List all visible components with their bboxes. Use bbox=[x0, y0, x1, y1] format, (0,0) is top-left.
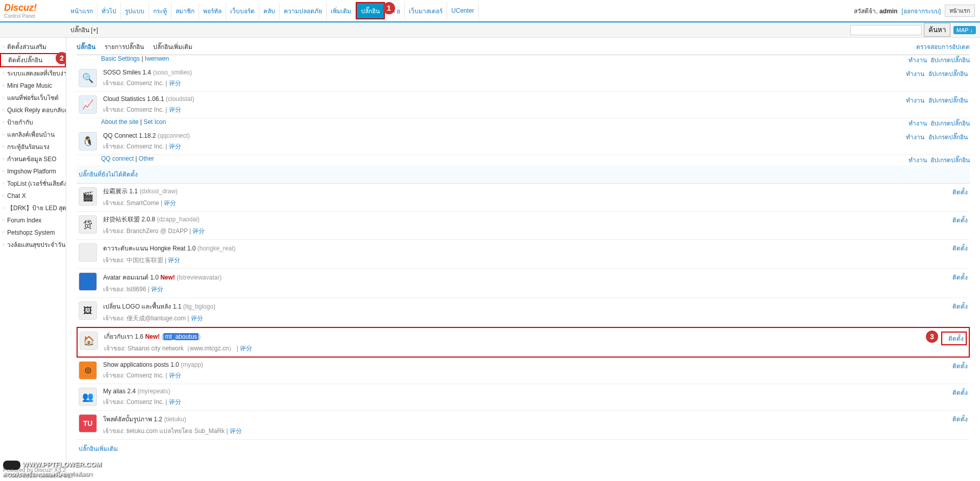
sidebar-item-6[interactable]: ป้ายกำกับ bbox=[0, 116, 66, 129]
sidebar-item-11[interactable]: TopList (เวอร์ชั่นเสียดัง) bbox=[0, 178, 66, 190]
plugin-row: ดาวระดับคะแนน Hongke Reat 1.0 (hongke_re… bbox=[77, 240, 970, 269]
plugin-name: โพสต์อัลบั้มรูปภาพ bbox=[103, 416, 154, 423]
tab-0[interactable]: ปลั๊กอิน bbox=[77, 42, 95, 52]
logout-link[interactable]: [ออกจากระบบ] bbox=[901, 6, 941, 16]
install-link[interactable]: ติดตั้ง bbox=[952, 245, 968, 252]
sidebar-item-5[interactable]: Quick Reply ตอบกลับด่ bbox=[0, 104, 66, 116]
upgrade-link[interactable]: อัปเกรดปลั๊กอิน bbox=[930, 157, 970, 164]
nav-5[interactable]: พอร์ทัล bbox=[199, 2, 226, 19]
plugin-icon: 🐧 bbox=[79, 132, 97, 150]
sidebar-item-10[interactable]: Imgshow Platform bbox=[0, 165, 66, 178]
nav-6[interactable]: เว็บบอร์ด bbox=[226, 2, 259, 19]
sidebar-item-15[interactable]: Petshopz System bbox=[0, 226, 66, 239]
upgrade-link[interactable]: อัปเกรดปลั๊กอิน bbox=[928, 134, 968, 141]
upgrade-link[interactable]: อัปเกรดปลั๊กอิน bbox=[928, 70, 968, 78]
plugin-row: ⊚Show applications posts 1.0 (myapp)เจ้า… bbox=[77, 358, 970, 384]
rate-link[interactable]: 评分 bbox=[240, 345, 252, 352]
sidebar-item-16[interactable]: วงล้อแสนสุขประจำวัน bbox=[0, 239, 66, 251]
rate-link[interactable]: 评分 bbox=[169, 80, 181, 87]
plugin-row: 🖼เปลี่ยน LOGO และพื้นหลัง 1.1 (ltg_bglog… bbox=[77, 298, 970, 327]
plugin-icon: 贷 bbox=[79, 215, 97, 234]
rate-link[interactable]: 评分 bbox=[191, 315, 203, 322]
other-link[interactable]: Other bbox=[139, 155, 154, 162]
work-link[interactable]: ทำงาน bbox=[906, 134, 924, 141]
install-link[interactable]: ติดตั้ง bbox=[948, 335, 964, 342]
sidebar-item-12[interactable]: Chat X bbox=[0, 190, 66, 202]
upgrade-link[interactable]: อัปเกรดปลั๊กอิน bbox=[930, 57, 970, 64]
nav-2[interactable]: รูปแบบ bbox=[121, 2, 149, 19]
work-link[interactable]: ทำงาน bbox=[909, 57, 927, 64]
plugin-icon: TU bbox=[79, 414, 97, 433]
upgrade-link[interactable]: อัปเกรดปลั๊กอิน bbox=[928, 97, 968, 104]
nav-4[interactable]: สมาชิก bbox=[172, 2, 199, 19]
install-link[interactable]: ติดตั้ง bbox=[952, 189, 968, 196]
rate-link[interactable]: 评分 bbox=[151, 286, 163, 293]
sidebar-item-14[interactable]: Forum Index bbox=[0, 214, 66, 226]
plugin-row: TUโพสต์อัลบั้มรูปภาพ 1.2 (tietuku)เจ้าขอ… bbox=[77, 411, 970, 440]
sidebar-item-2[interactable]: ระบบแสดงผลที่เรียบง่าย bbox=[0, 67, 66, 80]
sidebar-item-8[interactable]: กระทู้อันร้อนแรง bbox=[0, 141, 66, 153]
rate-link[interactable]: 评分 bbox=[168, 257, 180, 264]
plugin-name: Cloud Statistics bbox=[103, 95, 147, 103]
plugin-icon: 🎬 bbox=[79, 187, 97, 206]
owner-label: เจ้าของ: BranchZero @ DzAPP bbox=[103, 227, 188, 235]
tab-1[interactable]: รายการปลั๊กอิน bbox=[105, 42, 144, 52]
plugin-name: My alias bbox=[103, 388, 127, 395]
sidebar-item-13[interactable]: 【DRK】ป้าย LED สุดส bbox=[0, 202, 66, 214]
nav-0[interactable]: หน้าแรก bbox=[66, 2, 97, 19]
work-link[interactable]: ทำงาน bbox=[909, 120, 927, 127]
install-link[interactable]: ติดตั้ง bbox=[952, 363, 968, 370]
basic-settings-link[interactable]: Basic Settings bbox=[101, 55, 140, 62]
homepage-button[interactable]: หน้าแรก bbox=[945, 5, 975, 17]
check-update-link[interactable]: ตรวจสอบการอัปเดต bbox=[916, 42, 970, 52]
tab-2[interactable]: ปลั๊กอินเพิ่มเติม bbox=[153, 42, 192, 52]
set-icon-link[interactable]: Set Icon bbox=[143, 118, 166, 125]
nav-9[interactable]: เพิ่มเติม bbox=[327, 2, 356, 19]
sidebar-item-1[interactable]: ติดตั้งปลั๊กอิน2 bbox=[0, 53, 66, 67]
plugin-name: 好贷站长联盟 bbox=[103, 216, 141, 223]
content: ปลั๊กอินรายการปลั๊กอินปลั๊กอินเพิ่มเติมต… bbox=[66, 38, 980, 479]
iwenwen-link[interactable]: Iwenwen bbox=[145, 55, 169, 62]
rate-link[interactable]: 评分 bbox=[164, 199, 176, 207]
owner-label: เจ้าของ: Comsenz Inc. bbox=[103, 106, 164, 113]
about-site-link[interactable]: About the site bbox=[101, 118, 138, 125]
rate-link[interactable]: 评分 bbox=[169, 398, 181, 406]
install-link[interactable]: ติดตั้ง bbox=[952, 416, 968, 423]
nav-3[interactable]: กระทู้ bbox=[149, 2, 172, 19]
sidebar-item-0[interactable]: ติดตั้งส่วนเสริม bbox=[0, 41, 66, 53]
search-button[interactable]: ค้นหา bbox=[924, 23, 950, 37]
sidebar-item-9[interactable]: กำหนดข้อมูล SEO bbox=[0, 153, 66, 165]
plugin-name: Show applications posts bbox=[103, 361, 170, 368]
install-link[interactable]: ติดตั้ง bbox=[952, 274, 968, 281]
rate-link[interactable]: 评分 bbox=[230, 427, 242, 435]
rate-link[interactable]: 评分 bbox=[192, 227, 205, 235]
install-link[interactable]: ติดตั้ง bbox=[952, 303, 968, 310]
sidebar-item-7[interactable]: แลกลิงค์เพื่อนบ้าน bbox=[0, 129, 66, 141]
install-link[interactable]: ติดตั้ง bbox=[952, 217, 968, 224]
plugin-row: 👥My alias 2.4 (myrepeats)เจ้าของ: Comsen… bbox=[77, 384, 970, 411]
work-link[interactable]: ทำงาน bbox=[906, 70, 924, 78]
rate-link[interactable]: 评分 bbox=[169, 143, 181, 150]
nav-1[interactable]: ทั่วไป bbox=[97, 2, 121, 19]
install-link[interactable]: ติดตั้ง bbox=[952, 389, 968, 396]
work-link[interactable]: ทำงาน bbox=[906, 97, 924, 104]
nav-10[interactable]: ปลั๊กอิน1 bbox=[356, 2, 385, 19]
owner-label: เจ้าของ: SmartCome bbox=[103, 199, 159, 207]
owner-label: เจ้าของ: Comsenz Inc. bbox=[103, 143, 164, 150]
badge-1: 1 bbox=[383, 2, 395, 14]
map-button[interactable]: MAP ↓ bbox=[953, 26, 976, 34]
plugin-icon bbox=[79, 243, 97, 262]
sidebar-item-3[interactable]: Mini Page Music bbox=[0, 80, 66, 92]
upgrade-link[interactable]: อัปเกรดปลั๊กอิน bbox=[930, 120, 970, 127]
nav-8[interactable]: ความปลอดภัย bbox=[280, 2, 327, 19]
more-plugins-link[interactable]: ปลั๊กอินเพิ่มเติม bbox=[79, 445, 118, 452]
rate-link[interactable]: 评分 bbox=[169, 372, 181, 379]
rate-link[interactable]: 评分 bbox=[169, 106, 181, 113]
nav-13[interactable]: UCenter bbox=[447, 2, 479, 19]
sidebar-item-4[interactable]: แผนที่ฟอรั่มเว็บไซต์ bbox=[0, 92, 66, 104]
nav-7[interactable]: คลับ bbox=[259, 2, 280, 19]
search-input[interactable] bbox=[850, 25, 922, 35]
work-link[interactable]: ทำงาน bbox=[909, 157, 927, 164]
nav-12[interactable]: เว็บมาสเตอร์ bbox=[405, 2, 447, 19]
qqconnect-link[interactable]: QQ connect bbox=[101, 155, 134, 162]
